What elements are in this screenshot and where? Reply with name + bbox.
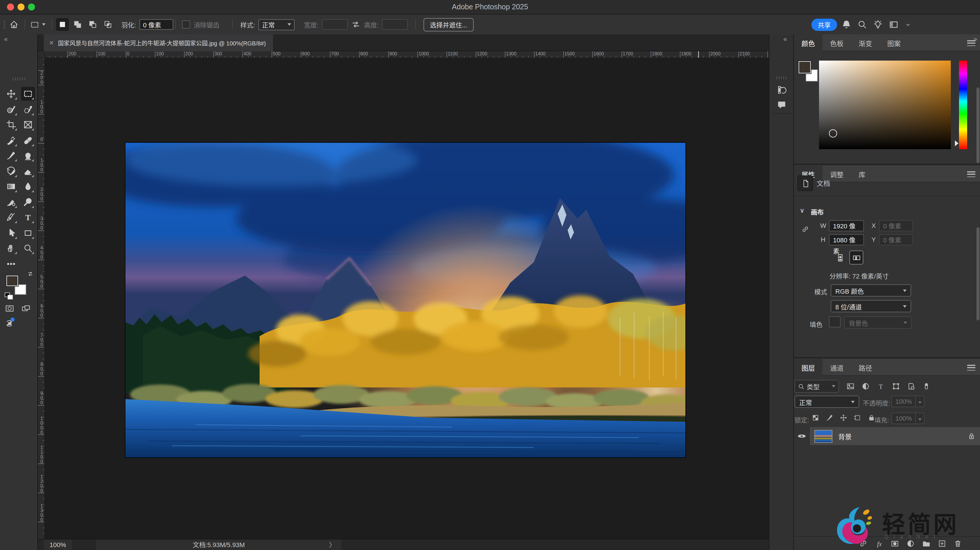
layers-panel-menu-icon[interactable] [967, 365, 975, 371]
ruler-corner[interactable] [38, 51, 45, 58]
canvas-section-chevron[interactable]: ∨ [800, 207, 804, 214]
style-dropdown[interactable]: 正常 [258, 19, 294, 30]
canvas-image[interactable] [126, 143, 686, 457]
eraser-tool[interactable] [21, 164, 35, 178]
screen-mode-icon[interactable] [22, 304, 30, 313]
expand-dock-icon[interactable]: « [783, 36, 787, 42]
canvas-fill-dropdown[interactable]: 背景色 [844, 316, 912, 329]
layer-visibility-toggle[interactable] [794, 427, 810, 445]
type-tool[interactable]: T [21, 210, 35, 224]
brush-tool[interactable] [4, 149, 18, 163]
adjustment-layer-icon[interactable] [905, 539, 916, 548]
color-picker-ring[interactable] [829, 129, 837, 138]
color-panel-scrollbar[interactable] [977, 87, 979, 163]
layer-mask-icon[interactable] [889, 539, 900, 548]
notifications-bell-icon[interactable] [842, 20, 851, 29]
canvas-x-input[interactable]: 0 像素 [879, 220, 913, 231]
layer-group-icon[interactable] [921, 539, 932, 548]
properties-scrollbar[interactable] [977, 227, 979, 320]
color-field[interactable] [819, 60, 951, 149]
filter-toggle-icon[interactable] [920, 380, 933, 393]
workspace-chevron-icon[interactable] [905, 21, 911, 28]
foreground-color-mini-swatch[interactable] [799, 61, 811, 73]
color-tab-颜色[interactable]: 颜色 [794, 34, 822, 51]
crop-tool[interactable] [4, 118, 18, 132]
quick-mask-icon[interactable] [5, 304, 14, 313]
layer-row[interactable]: 背景 [810, 427, 980, 445]
vertical-ruler[interactable]: 3002001000100200300400500600700800900100… [38, 58, 45, 539]
layer-thumbnail[interactable] [815, 430, 832, 442]
feather-input[interactable]: 0 像素 [139, 19, 173, 30]
zoom-level-field[interactable]: 100% [44, 539, 72, 550]
tools-grip[interactable] [13, 78, 25, 81]
filter-shape-icon[interactable] [889, 380, 902, 393]
history-panel-icon[interactable] [775, 83, 788, 96]
color-tab-图案[interactable]: 图案 [880, 34, 908, 51]
bit-depth-dropdown[interactable]: 8 位/通道 [830, 300, 911, 312]
filter-image-icon[interactable] [844, 380, 857, 393]
document-size-status[interactable]: 文档:5.93M/5.93M〉 [96, 539, 341, 550]
edit-toolbar-ellipsis[interactable] [4, 257, 18, 271]
pen-tool[interactable] [4, 210, 18, 224]
tool-preset-chevron-icon[interactable] [42, 23, 46, 25]
search-icon[interactable] [858, 20, 867, 29]
cloud-sync-icon[interactable] [5, 319, 13, 327]
color-tab-色板[interactable]: 色板 [822, 34, 851, 51]
dock-grip[interactable] [776, 76, 786, 79]
comments-panel-icon[interactable] [775, 98, 788, 111]
intersect-selection-icon[interactable] [102, 18, 115, 31]
layer-filter-dropdown[interactable]: 类型 [794, 380, 839, 393]
hue-slider-arrow[interactable] [955, 140, 958, 146]
lock-pixels-icon[interactable] [825, 413, 834, 422]
shape-tool[interactable] [21, 226, 35, 240]
subtract-selection-icon[interactable] [86, 18, 99, 31]
layer-fx-icon[interactable]: fx [874, 539, 885, 548]
canvas-fill-swatch[interactable] [829, 316, 841, 327]
options-grip[interactable] [3, 21, 5, 28]
marquee-tool[interactable] [21, 87, 35, 101]
select-and-mask-button[interactable]: 选择并遮住... [423, 18, 474, 31]
active-tool-icon[interactable] [30, 20, 39, 29]
canvas-width-input[interactable]: 1920 像素 [829, 220, 864, 231]
default-colors-icon[interactable] [5, 292, 13, 300]
lock-position-icon[interactable] [839, 413, 848, 422]
layers-tab-图层[interactable]: 图层 [794, 359, 822, 376]
canvas-height-input[interactable]: 1080 像素 [829, 234, 864, 245]
layers-tab-通道[interactable]: 通道 [822, 359, 851, 376]
discover-lightbulb-icon[interactable] [873, 20, 883, 29]
history-brush-tool[interactable] [4, 164, 18, 178]
blend-mode-dropdown[interactable]: 正常 [794, 396, 859, 408]
opacity-value[interactable]: 100% [891, 396, 924, 407]
layer-fill-value[interactable]: 100% [891, 412, 924, 424]
path-selection-tool[interactable] [4, 226, 18, 240]
gradient-tool[interactable] [4, 179, 18, 193]
home-icon[interactable] [10, 20, 19, 29]
hand-tool[interactable] [4, 241, 18, 255]
layer-lock-icon[interactable] [968, 432, 975, 440]
add-selection-icon[interactable] [71, 18, 84, 31]
quick-selection-tool[interactable] [21, 102, 35, 116]
width-input[interactable] [322, 19, 348, 30]
frame-tool[interactable] [21, 118, 35, 132]
lock-artboard-icon[interactable] [853, 413, 862, 422]
lock-transparent-icon[interactable] [811, 413, 820, 422]
layers-tab-路径[interactable]: 路径 [851, 359, 880, 376]
move-tool[interactable] [4, 87, 18, 101]
document-properties-icon[interactable] [797, 175, 813, 191]
dodge-tool[interactable] [21, 195, 35, 209]
properties-panel-menu-icon[interactable] [967, 171, 975, 177]
color-tab-渐变[interactable]: 渐变 [851, 34, 880, 51]
properties-tab-库[interactable]: 库 [851, 165, 873, 182]
horizontal-ruler[interactable]: 2001000100200300400500600700800900100011… [45, 51, 769, 58]
foreground-color-swatch[interactable] [6, 276, 18, 286]
new-selection-icon[interactable] [56, 18, 69, 31]
antialias-checkbox[interactable] [182, 21, 190, 29]
document-tab[interactable]: ✕ 国家风景与自然河流体系-蛇河上的牛轭湖-大提顿国家公园.jpg @ 100%… [44, 34, 273, 51]
canvas-y-input[interactable]: 0 像素 [879, 234, 913, 245]
share-button[interactable]: 共享 [811, 18, 837, 30]
filter-adjustment-icon[interactable] [859, 380, 872, 393]
collapse-tools-icon[interactable]: « [4, 36, 8, 42]
orientation-portrait-button[interactable] [833, 250, 847, 265]
color-mode-dropdown[interactable]: RGB 颜色 [830, 284, 911, 296]
hue-slider-bar[interactable] [959, 60, 967, 149]
